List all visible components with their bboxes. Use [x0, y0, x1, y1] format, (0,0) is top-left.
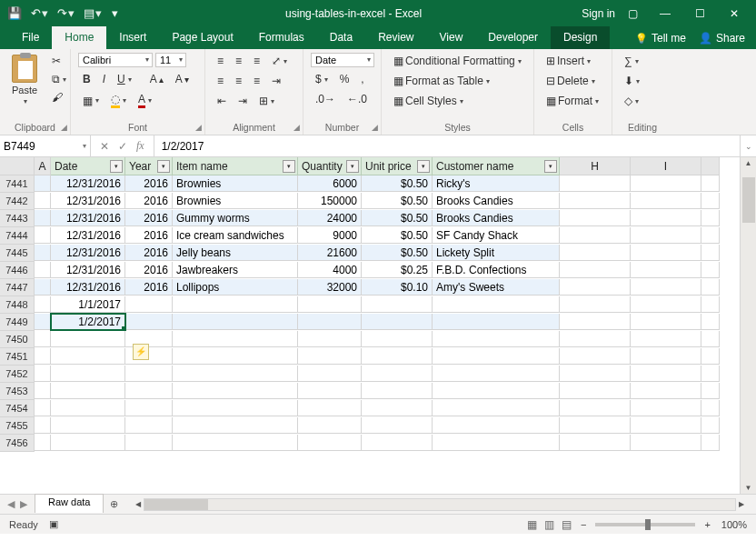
cell[interactable] [433, 417, 560, 434]
col-header-d[interactable]: Item name▾ [173, 157, 298, 175]
cell[interactable]: 2016 [125, 210, 173, 226]
sheet-nav-next-icon[interactable]: ▶ [20, 498, 27, 510]
cell[interactable] [560, 314, 631, 330]
row-header[interactable]: 7444 [0, 227, 35, 245]
cell[interactable]: 12/31/2016 [51, 279, 125, 296]
filter-icon[interactable]: ▾ [417, 160, 430, 173]
cell[interactable] [701, 193, 720, 209]
horizontal-scrollbar[interactable]: ◀ ▶ [144, 498, 736, 511]
cell[interactable] [125, 366, 173, 382]
cell[interactable] [362, 366, 433, 382]
cell[interactable] [298, 296, 362, 313]
cell[interactable]: $0.50 [362, 175, 433, 192]
vertical-scrollbar[interactable]: ▲ ▼ [740, 157, 756, 494]
normal-view-icon[interactable]: ▦ [527, 518, 537, 531]
cell[interactable] [631, 210, 701, 226]
cell[interactable] [51, 435, 125, 451]
comma-button[interactable]: , [356, 71, 368, 87]
cell[interactable] [51, 348, 125, 365]
cell[interactable]: $0.50 [362, 227, 433, 244]
cell[interactable] [125, 296, 173, 313]
qat-custom-button[interactable]: ▤▾ [84, 6, 102, 20]
cell[interactable]: Jawbreakers [173, 262, 298, 278]
cell[interactable]: 21600 [298, 245, 362, 261]
cell[interactable]: 2016 [125, 262, 173, 278]
cell[interactable] [51, 400, 125, 416]
cell[interactable] [560, 245, 631, 261]
col-header-c[interactable]: Year▾ [125, 157, 173, 175]
cell[interactable]: 1/2/2017 [51, 314, 125, 330]
cell[interactable] [631, 417, 701, 434]
cell[interactable]: 2016 [125, 245, 173, 261]
tab-formulas[interactable]: Formulas [246, 26, 317, 49]
cell[interactable]: 4000 [298, 262, 362, 278]
cell[interactable] [298, 314, 362, 330]
italic-button[interactable]: I [98, 71, 110, 87]
row-header[interactable]: 7442 [0, 193, 35, 210]
cell[interactable] [35, 245, 51, 261]
cell[interactable]: 12/31/2016 [51, 262, 125, 278]
decrease-font-button[interactable]: A▾ [171, 71, 194, 87]
cell[interactable] [560, 417, 631, 434]
cell[interactable] [35, 175, 51, 192]
col-header-i[interactable]: I [631, 157, 701, 175]
align-right-button[interactable]: ≡ [249, 73, 264, 89]
autocorrect-options-icon[interactable]: ⚡ [133, 344, 149, 360]
cell[interactable] [35, 262, 51, 278]
cell[interactable] [35, 314, 51, 330]
page-layout-view-icon[interactable]: ▥ [544, 518, 554, 531]
cell[interactable] [173, 366, 298, 382]
cell[interactable] [173, 296, 298, 313]
hscroll-thumb[interactable] [144, 499, 208, 510]
cell[interactable] [298, 383, 362, 399]
page-break-view-icon[interactable]: ▤ [562, 518, 572, 531]
row-header[interactable]: 7452 [0, 366, 35, 383]
cell[interactable]: 1/1/2017 [51, 296, 125, 313]
cell[interactable] [51, 417, 125, 434]
cell[interactable] [560, 348, 631, 365]
cell[interactable] [35, 435, 51, 451]
autosum-button[interactable]: ∑▾ [620, 53, 644, 69]
share-link[interactable]: 👤Share [699, 32, 745, 45]
align-middle-button[interactable]: ≡ [231, 53, 246, 69]
cell[interactable] [631, 435, 701, 451]
tell-me-link[interactable]: Tell me [635, 32, 686, 45]
cell[interactable] [433, 400, 560, 416]
undo-button[interactable]: ↶▾ [31, 6, 48, 20]
cell[interactable] [125, 383, 173, 399]
cell[interactable] [701, 279, 720, 296]
cell[interactable] [560, 210, 631, 226]
cell[interactable] [560, 400, 631, 416]
cell[interactable]: 12/31/2016 [51, 210, 125, 226]
merge-button[interactable]: ⊞▾ [254, 93, 279, 109]
cell[interactable]: Lollipops [173, 279, 298, 296]
cells-delete-button[interactable]: ⊟ Delete▾ [542, 73, 603, 89]
scroll-up-icon[interactable]: ▲ [741, 159, 756, 167]
paste-button[interactable]: Paste▾ [7, 53, 42, 107]
row-header[interactable]: 7441 [0, 175, 35, 193]
filter-icon[interactable]: ▾ [283, 160, 295, 173]
col-header-j[interactable] [701, 157, 720, 175]
cell[interactable] [701, 210, 720, 226]
cell[interactable] [51, 366, 125, 382]
cell[interactable] [701, 331, 720, 347]
cell[interactable] [35, 279, 51, 296]
cell[interactable]: Brooks Candies [433, 210, 560, 226]
cell[interactable]: $0.50 [362, 210, 433, 226]
cell[interactable] [631, 245, 701, 261]
cell[interactable] [35, 210, 51, 226]
decrease-decimal-button[interactable]: ←.0 [343, 91, 372, 107]
cell[interactable] [701, 262, 720, 278]
cell[interactable] [631, 227, 701, 244]
cell[interactable]: 24000 [298, 210, 362, 226]
signin-link[interactable]: Sign in [582, 7, 615, 20]
tab-file[interactable]: File [9, 26, 52, 49]
cell[interactable] [701, 435, 720, 451]
cell[interactable]: 2016 [125, 279, 173, 296]
cell[interactable]: 6000 [298, 175, 362, 192]
zoom-level[interactable]: 100% [721, 519, 747, 530]
formula-input[interactable]: 1/2/2017 [154, 135, 740, 156]
cell[interactable] [433, 314, 560, 330]
cell[interactable]: 12/31/2016 [51, 175, 125, 192]
cell-styles-button[interactable]: ▦ Cell Styles▾ [389, 93, 526, 109]
